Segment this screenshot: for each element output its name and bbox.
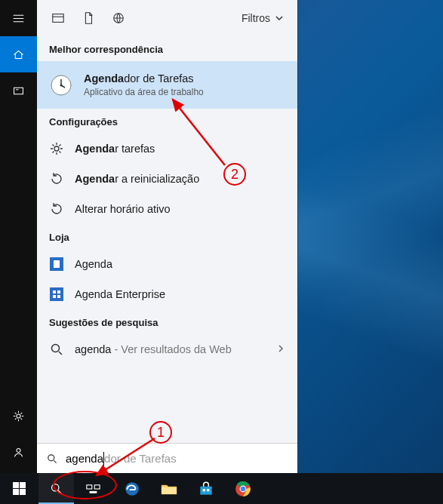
svg-line-30: [97, 438, 155, 475]
annotation-arrows: [0, 0, 443, 504]
svg-line-29: [173, 100, 225, 165]
